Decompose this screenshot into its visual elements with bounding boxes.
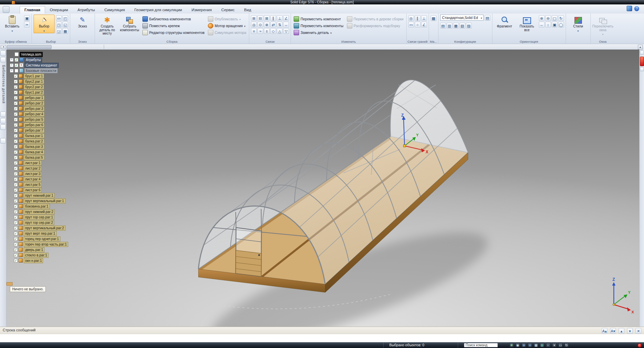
application-menu-button[interactable] bbox=[3, 6, 9, 13]
tree-item-part[interactable]: прут гор сер.par:1 bbox=[10, 214, 68, 220]
relation-icon-14[interactable]: ≈ bbox=[257, 28, 263, 34]
tree-checkbox[interactable] bbox=[14, 118, 18, 121]
status-tool-icon-4[interactable]: ⊖ bbox=[528, 343, 532, 347]
tree-checkbox[interactable] bbox=[14, 167, 18, 170]
tree-item-label[interactable]: прут нижний.par:2 bbox=[24, 209, 55, 214]
tree-item-label[interactable]: ребро.par:4 bbox=[24, 112, 44, 117]
tree-item-part[interactable]: стекло в.par:1 bbox=[10, 252, 68, 258]
tree-item-part[interactable]: лист.par:1 bbox=[10, 160, 68, 166]
docked-panel-tab[interactable] bbox=[640, 57, 644, 66]
tree-checkbox[interactable] bbox=[14, 177, 18, 181]
assemble-components-button[interactable]: Собрать компоненты bbox=[119, 15, 140, 33]
tree-root-label[interactable]: теплица.asm bbox=[20, 52, 43, 57]
tree-item-label[interactable]: ребро.par:1 bbox=[24, 95, 44, 100]
tree-item-label[interactable]: торец пер одчет.par:1 bbox=[24, 236, 60, 241]
tree-item-part[interactable]: ребро.par:5 bbox=[10, 117, 68, 122]
tab-8[interactable]: Вид bbox=[239, 6, 256, 14]
relation-icon-3[interactable]: ⊠ bbox=[264, 15, 270, 21]
command-search-input[interactable] bbox=[464, 343, 498, 347]
configuration-tool-icon-3[interactable]: ▦ bbox=[453, 23, 459, 28]
tree-item-part[interactable]: прут гор сер.par:2 bbox=[10, 220, 68, 225]
tree-checkbox[interactable] bbox=[14, 123, 18, 127]
move-component-button[interactable]: Переместить компонент bbox=[293, 16, 344, 22]
face-relation-icon-1[interactable]: ◎ bbox=[408, 15, 414, 21]
tree-item-part[interactable]: лист.par:5 bbox=[10, 182, 68, 187]
tree-checkbox[interactable] bbox=[14, 237, 18, 241]
switch-windows-button[interactable]: Переключить окна bbox=[592, 15, 613, 37]
relation-icon-17[interactable]: △ bbox=[277, 28, 282, 34]
tree-checkbox[interactable] bbox=[14, 80, 18, 83]
orientation-tool-icon-3[interactable]: ▢ bbox=[552, 15, 558, 21]
fragment-button[interactable]: Фрагмент bbox=[494, 15, 515, 29]
message-bar-tool-icon-4[interactable]: ▾ bbox=[627, 328, 633, 334]
tree-checkbox[interactable] bbox=[14, 253, 18, 257]
tree-item-label[interactable]: боковина.par:1 bbox=[24, 204, 50, 209]
tree-item-label[interactable]: прут нижний.par:1 bbox=[24, 193, 55, 198]
theme-icon[interactable] bbox=[627, 6, 632, 11]
3d-viewport[interactable]: Z X Y Z Y X теплица.asmАтрибутыСистемы к… bbox=[6, 50, 639, 327]
configuration-tool-icon-4[interactable]: ▧ bbox=[460, 23, 465, 28]
paste-button[interactable]: Вставить bbox=[2, 15, 23, 33]
relation-icon-13[interactable]: ≡ bbox=[251, 28, 257, 34]
select-button[interactable]: ➤ Выбор bbox=[34, 15, 55, 33]
tree-item-special-3[interactable]: Базовые плоскости bbox=[10, 68, 68, 73]
tree-item-label[interactable]: прут гор сер.par:2 bbox=[24, 220, 54, 225]
select-tool-icon-4[interactable]: ◱ bbox=[62, 22, 68, 27]
orientation-tool-icon-5[interactable]: ↔ bbox=[539, 22, 545, 27]
relation-icon-1[interactable]: ⊞ bbox=[251, 15, 257, 21]
tree-checkbox[interactable] bbox=[14, 96, 18, 100]
tree-item-label[interactable]: окн н.par:1 bbox=[24, 258, 43, 263]
status-tool-icon-10[interactable]: ↻ bbox=[564, 343, 569, 347]
tree-checkbox[interactable] bbox=[14, 74, 18, 78]
scroll-left-button[interactable] bbox=[1, 45, 6, 49]
tree-item-label[interactable]: лист.par:2 bbox=[24, 166, 42, 171]
status-tool-icon-7[interactable]: ◐ bbox=[546, 343, 550, 347]
clipboard-tool-icon-2[interactable]: ✂ bbox=[24, 22, 30, 27]
tree-item-label[interactable]: прут гор сер.par:1 bbox=[24, 215, 54, 220]
tree-checkbox[interactable] bbox=[14, 199, 18, 203]
tree-item-part[interactable]: лист.par:6 bbox=[10, 187, 68, 193]
tree-checkbox[interactable] bbox=[14, 194, 18, 197]
relation-icon-2[interactable]: ⊟ bbox=[257, 15, 263, 21]
tree-checkbox[interactable] bbox=[14, 243, 18, 246]
tree-checkbox[interactable] bbox=[14, 205, 18, 208]
message-bar-tool-icon-1[interactable]: A▴ bbox=[602, 328, 607, 334]
relation-icon-7[interactable]: ◎ bbox=[251, 22, 257, 27]
tree-checkbox[interactable] bbox=[14, 232, 18, 235]
tree-item-part[interactable]: ребро.par:7 bbox=[10, 128, 68, 133]
tree-item-part[interactable]: боковина.par:1 bbox=[10, 204, 68, 209]
configuration-select[interactable]: Стандартная,Solid Ed bbox=[440, 15, 484, 21]
tree-checkbox[interactable] bbox=[14, 129, 18, 132]
message-bar-tool-icon-3[interactable]: ▴ bbox=[619, 328, 624, 334]
tree-item-label[interactable]: балка.par:5 bbox=[24, 155, 44, 160]
parts-library-tab-icon[interactable] bbox=[0, 51, 6, 56]
select-tool-icon-5[interactable]: ◲ bbox=[56, 28, 62, 34]
expand-icon[interactable] bbox=[10, 58, 14, 62]
relation-icon-18[interactable]: ▽ bbox=[283, 28, 289, 34]
tree-item-part[interactable]: брус1.par:1 bbox=[10, 73, 68, 79]
tree-item-part[interactable]: балка.par:5 bbox=[10, 155, 68, 160]
tree-item-part[interactable]: прут вертикальный.par:2 bbox=[10, 225, 68, 231]
tree-checkbox[interactable] bbox=[14, 226, 18, 230]
scroll-up-button[interactable] bbox=[638, 45, 643, 50]
orientation-tool-icon-4[interactable]: ↻ bbox=[558, 15, 564, 21]
tree-item-part[interactable]: прут вертикальный.par:1 bbox=[10, 198, 68, 204]
face-relation-icon-5[interactable]: ○ bbox=[415, 22, 421, 27]
layers-tab-icon[interactable] bbox=[0, 118, 6, 123]
sensors-tab-icon[interactable] bbox=[0, 112, 6, 117]
relation-icon-4[interactable]: ∥ bbox=[270, 15, 276, 21]
tree-item-label[interactable]: балка.par:1 bbox=[24, 133, 44, 138]
tree-item-label[interactable]: балка.par:3 bbox=[24, 144, 44, 149]
configuration-tool-icon-1[interactable]: ▤ bbox=[440, 23, 446, 28]
tree-item-part[interactable]: ребро.par:3 bbox=[10, 106, 68, 111]
tree-item-part[interactable]: брус1.par:2 bbox=[10, 90, 68, 95]
tree-checkbox[interactable] bbox=[14, 156, 18, 159]
tree-item-label[interactable]: лист.par:4 bbox=[24, 177, 42, 182]
tree-item-special-1[interactable]: Атрибуты bbox=[10, 57, 68, 62]
greenhouse-model[interactable]: Z X Y Z Y X bbox=[6, 50, 639, 327]
tree-checkbox[interactable] bbox=[14, 101, 18, 105]
tree-checkbox[interactable] bbox=[14, 107, 18, 111]
tree-item-label[interactable]: прут вертикальный.par:1 bbox=[24, 198, 65, 204]
face-relation-icon-4[interactable]: ▭ bbox=[408, 22, 414, 27]
tree-checkbox[interactable] bbox=[15, 69, 18, 73]
